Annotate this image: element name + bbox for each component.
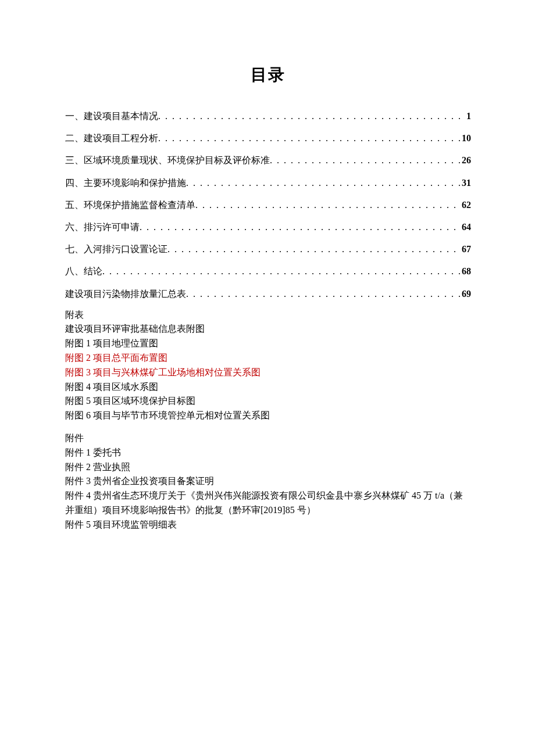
toc-entry-label: 四、主要环境影响和保护措施 <box>65 177 186 188</box>
toc-entry-page: 64 <box>461 221 471 232</box>
toc-entry-page: 62 <box>461 199 471 210</box>
toc-leader-dots <box>186 177 461 188</box>
toc-leader-dots <box>158 132 461 144</box>
figure-item: 附图 3 项目与兴林煤矿工业场地相对位置关系图 <box>65 366 471 380</box>
appendix-tables-heading: 附表 <box>65 308 471 323</box>
toc-leader-dots <box>102 266 461 277</box>
toc-entry: 三、区域环境质量现状、环境保护目标及评价标准 26 <box>65 155 471 166</box>
toc-entry-page: 26 <box>461 155 471 166</box>
document-page: 目录 一、建设项目基本情况 1 二、建设项目工程分析 10 三、区域环境质量现状… <box>0 0 535 756</box>
toc-leader-dots <box>186 288 461 299</box>
toc-entry-label: 五、环境保护措施监督检查清单 <box>65 199 195 210</box>
toc-entry-page: 69 <box>461 288 471 299</box>
attachment-item: 附件 5 项目环境监管明细表 <box>65 518 471 532</box>
toc-entry: 八、结论 68 <box>65 266 471 277</box>
toc-entry-label: 六、排污许可申请 <box>65 221 140 232</box>
toc-entry: 一、建设项目基本情况 1 <box>65 110 471 121</box>
toc-entry-page: 68 <box>461 266 471 277</box>
attachment-item: 附件 1 委托书 <box>65 446 471 460</box>
toc-leader-dots <box>140 221 461 232</box>
attachments-heading: 附件 <box>65 431 471 446</box>
table-of-contents: 一、建设项目基本情况 1 二、建设项目工程分析 10 三、区域环境质量现状、环境… <box>65 110 471 299</box>
toc-entry: 二、建设项目工程分析 10 <box>65 132 471 144</box>
attachment-item: 附件 2 营业执照 <box>65 460 471 475</box>
toc-entry-label: 七、入河排污口设置论证 <box>65 243 167 255</box>
toc-entry-label: 一、建设项目基本情况 <box>65 110 158 121</box>
figure-item: 附图 1 项目地理位置图 <box>65 336 471 351</box>
toc-entry-label: 三、区域环境质量现状、环境保护目标及评价标准 <box>65 155 270 166</box>
toc-entry-page: 1 <box>465 110 471 121</box>
attachment-item: 附件 3 贵州省企业投资项目备案证明 <box>65 474 471 489</box>
toc-entry: 六、排污许可申请 64 <box>65 221 471 232</box>
attachment-item: 附件 4 贵州省生态环境厅关于《贵州兴伟兴能源投资有限公司织金县中寨乡兴林煤矿 … <box>65 489 471 518</box>
toc-leader-dots <box>167 243 461 255</box>
toc-entry-page: 31 <box>461 177 471 188</box>
toc-leader-dots <box>195 199 461 210</box>
figure-item: 附图 4 项目区域水系图 <box>65 380 471 395</box>
toc-leader-dots <box>158 110 465 121</box>
toc-entry-label: 建设项目污染物排放量汇总表 <box>65 288 186 299</box>
attachments-section: 附件 附件 1 委托书 附件 2 营业执照 附件 3 贵州省企业投资项目备案证明… <box>65 431 471 532</box>
toc-entry-page: 67 <box>461 243 471 255</box>
toc-entry: 建设项目污染物排放量汇总表 69 <box>65 288 471 299</box>
toc-entry-label: 二、建设项目工程分析 <box>65 132 158 144</box>
toc-entry: 七、入河排污口设置论证 67 <box>65 243 471 255</box>
toc-entry-label: 八、结论 <box>65 266 102 277</box>
toc-entry-page: 10 <box>461 132 471 144</box>
appendix-tables-section: 附表 建设项目环评审批基础信息表附图 附图 1 项目地理位置图 附图 2 项目总… <box>65 308 471 423</box>
toc-title: 目录 <box>65 64 471 86</box>
toc-leader-dots <box>270 155 461 166</box>
appendix-tables-line: 建设项目环评审批基础信息表附图 <box>65 322 471 336</box>
figure-item: 附图 2 项目总平面布置图 <box>65 351 471 366</box>
toc-entry: 四、主要环境影响和保护措施 31 <box>65 177 471 188</box>
figure-item: 附图 6 项目与毕节市环境管控单元相对位置关系图 <box>65 409 471 423</box>
figure-item: 附图 5 项目区域环境保护目标图 <box>65 394 471 409</box>
toc-entry: 五、环境保护措施监督检查清单 62 <box>65 199 471 210</box>
